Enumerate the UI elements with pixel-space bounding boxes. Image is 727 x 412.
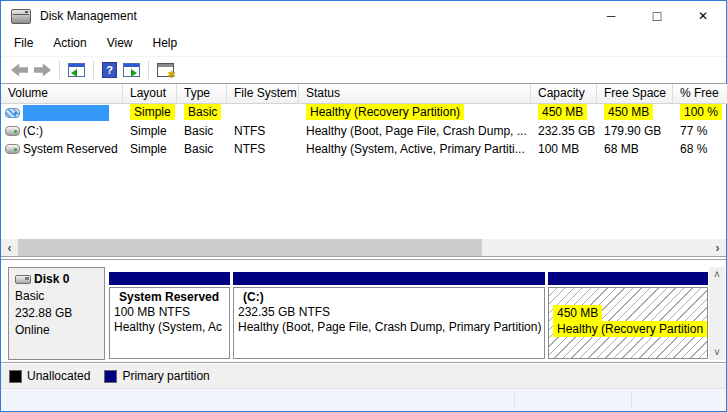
help-button[interactable]: ? [99, 59, 120, 81]
status-bar-separator [631, 392, 632, 408]
free-space-cell: 68 MB [597, 140, 673, 158]
toolbar: ? [1, 57, 726, 83]
volume-name: System Reserved [23, 140, 118, 158]
partition-system-reserved[interactable]: System Reserved 100 MB NTFS Healthy (Sys… [109, 267, 230, 360]
volume-cell: System Reserved [1, 140, 123, 158]
toolbar-separator [148, 61, 149, 79]
console-tree-icon [68, 63, 85, 77]
legend-label-primary-partition: Primary partition [122, 369, 209, 383]
window-gear-icon [157, 63, 174, 77]
volume-row-recovery[interactable]: Simple Basic Healthy (Recovery Partition… [1, 104, 726, 122]
primary-partition-swatch-icon [104, 370, 117, 383]
file-system-cell [227, 104, 299, 122]
status-cell: Healthy (Recovery Partition) [299, 104, 531, 122]
menu-bar: File Action View Help [1, 31, 726, 57]
window-controls: ─ □ ✕ [588, 1, 726, 31]
volume-name-selection [23, 105, 109, 121]
partition-status: Healthy (Recovery Partition [553, 322, 707, 338]
legend-label-unallocated: Unallocated [27, 369, 90, 383]
scroll-left-icon[interactable]: ‹ [1, 239, 18, 256]
minimize-button[interactable]: ─ [588, 1, 634, 31]
disk-title: Disk 0 [15, 271, 104, 288]
column-header-status[interactable]: Status [299, 84, 531, 104]
capacity-cell: 450 MB [531, 104, 597, 122]
partition-size: 232.35 GB NTFS [238, 305, 544, 320]
disk-type: Basic [15, 288, 104, 305]
type-cell: Basic [177, 122, 227, 140]
column-header-file-system[interactable]: File System [227, 84, 299, 104]
menu-help[interactable]: Help [143, 31, 188, 56]
action-pane-icon [123, 63, 140, 77]
status-cell: Healthy (Boot, Page File, Crash Dump, ..… [299, 122, 531, 140]
volume-icon [5, 108, 20, 118]
capacity-cell: 232.35 GB [531, 122, 597, 140]
scroll-down-icon[interactable]: ˅ [709, 345, 725, 360]
volume-list-panel: Volume Layout Type File System Status Ca… [1, 83, 726, 257]
column-header-pct-free[interactable]: % Free [673, 84, 727, 104]
pct-free-cell: 77 % [673, 122, 727, 140]
type-cell: Basic [177, 140, 227, 158]
disk-0-info-block[interactable]: Disk 0 Basic 232.88 GB Online [8, 267, 105, 360]
disk-0-row: Disk 0 Basic 232.88 GB Online System Res… [1, 267, 726, 360]
volume-cell: (C:) [1, 122, 123, 140]
forward-button[interactable] [31, 59, 54, 81]
help-icon: ? [102, 62, 117, 78]
partition-color-bar [548, 272, 708, 285]
disk-size: 232.88 GB [15, 305, 104, 322]
volume-icon [5, 144, 20, 154]
menu-file[interactable]: File [4, 31, 43, 56]
partition-body: System Reserved 100 MB NTFS Healthy (Sys… [109, 287, 230, 359]
volume-row-system-reserved[interactable]: System Reserved Simple Basic NTFS Health… [1, 140, 726, 158]
maximize-button[interactable]: □ [634, 1, 680, 31]
menu-view[interactable]: View [97, 31, 143, 56]
show-action-pane-button[interactable] [120, 59, 143, 81]
partition-name: System Reserved [114, 290, 229, 305]
window-title: Disk Management [40, 9, 137, 23]
vertical-scrollbar[interactable]: ˄ ˅ [709, 267, 725, 360]
layout-cell: Simple [123, 122, 177, 140]
partition-status: Healthy (System, Ac [114, 320, 229, 335]
column-header-volume[interactable]: Volume [1, 84, 123, 104]
layout-cell: Simple [123, 104, 177, 122]
volume-icon [5, 126, 20, 136]
horizontal-scrollbar[interactable]: ‹ › [1, 239, 726, 256]
title-bar: Disk Management ─ □ ✕ [1, 1, 726, 31]
pct-free-cell: 100 % [673, 104, 727, 122]
back-button[interactable] [8, 59, 31, 81]
capacity-cell: 100 MB [531, 140, 597, 158]
volume-row-c[interactable]: (C:) Simple Basic NTFS Healthy (Boot, Pa… [1, 122, 726, 140]
layout-cell: Simple [123, 140, 177, 158]
pct-free-cell: 68 % [673, 140, 727, 158]
menu-action[interactable]: Action [43, 31, 96, 56]
scroll-right-icon[interactable]: › [709, 239, 726, 256]
partition-size: 100 MB NTFS [114, 305, 229, 320]
toolbar-separator [59, 61, 60, 79]
partition-size: 450 MB [553, 306, 707, 322]
column-header-layout[interactable]: Layout [123, 84, 177, 104]
partition-color-bar [109, 272, 230, 285]
column-header-capacity[interactable]: Capacity [531, 84, 597, 104]
column-header-type[interactable]: Type [177, 84, 227, 104]
horizontal-scrollbar-thumb[interactable] [18, 239, 482, 256]
unallocated-swatch-icon [9, 370, 22, 383]
manage-extension-button[interactable] [154, 59, 177, 81]
legend-bar: Unallocated Primary partition [1, 364, 726, 388]
status-cell: Healthy (System, Active, Primary Partiti… [299, 140, 531, 158]
file-system-cell: NTFS [227, 122, 299, 140]
scroll-up-icon[interactable]: ˄ [709, 267, 725, 282]
close-button[interactable]: ✕ [680, 1, 726, 31]
partition-name: (C:) [238, 290, 544, 305]
volume-cell [1, 104, 123, 122]
free-space-cell: 179.90 GB [597, 122, 673, 140]
spacer [553, 290, 707, 306]
status-bar-separator [514, 392, 515, 408]
partition-recovery[interactable]: 450 MB Healthy (Recovery Partition [548, 267, 708, 360]
list-header: Volume Layout Type File System Status Ca… [1, 84, 726, 104]
disk-icon [15, 275, 31, 284]
disk-management-app-icon [11, 9, 31, 24]
forward-icon [34, 64, 51, 77]
partition-body: (C:) 232.35 GB NTFS Healthy (Boot, Page … [233, 287, 545, 359]
show-console-tree-button[interactable] [65, 59, 88, 81]
column-header-free-space[interactable]: Free Space [597, 84, 673, 104]
partition-c[interactable]: (C:) 232.35 GB NTFS Healthy (Boot, Page … [233, 267, 545, 360]
